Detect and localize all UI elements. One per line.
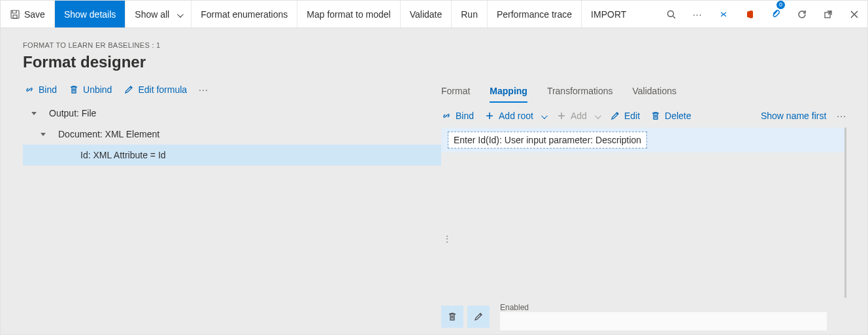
tab-validations[interactable]: Validations <box>633 80 676 103</box>
edit-formula-button[interactable]: Edit formula <box>124 84 187 95</box>
delete-label: Delete <box>665 111 691 121</box>
office-button[interactable] <box>737 1 763 27</box>
unbind-button[interactable]: Unbind <box>69 84 112 95</box>
add-root-label: Add root <box>499 111 533 121</box>
tabs: Format Mapping Transformations Validatio… <box>441 77 846 105</box>
show-details-button[interactable]: Show details <box>55 1 125 27</box>
popout-button[interactable] <box>815 1 841 27</box>
validate-label: Validate <box>410 9 442 20</box>
performance-trace-button[interactable]: Performance trace <box>488 1 582 27</box>
page-title: Format designer <box>23 53 845 71</box>
save-button[interactable]: Save <box>1 1 55 27</box>
delete-button[interactable]: Delete <box>650 111 691 121</box>
save-label: Save <box>24 9 45 20</box>
pencil-icon <box>610 111 620 121</box>
add-button: Add <box>556 111 599 121</box>
import-label: IMPORT <box>591 9 626 20</box>
search-icon <box>666 9 676 20</box>
tree-node-document[interactable]: Document: XML Element <box>23 124 441 145</box>
close-button[interactable] <box>841 1 867 27</box>
asterisk-icon <box>718 9 729 20</box>
run-label: Run <box>461 9 478 20</box>
format-tree: Output: File Document: XML Element Id: X… <box>23 103 441 166</box>
svg-rect-1 <box>13 15 17 18</box>
mapping-row[interactable]: Enter Id(Id): User input parameter: Desc… <box>441 128 844 152</box>
add-label: Add <box>571 111 587 121</box>
popout-icon <box>823 9 833 20</box>
bind-label: Bind <box>39 84 57 95</box>
chevron-down-icon <box>173 9 182 20</box>
bind-button-right[interactable]: Bind <box>441 111 474 121</box>
pane-divider[interactable]: ⋮ <box>442 234 452 244</box>
run-button[interactable]: Run <box>452 1 488 27</box>
right-pane: Format Mapping Transformations Validatio… <box>441 77 854 334</box>
bind-button[interactable]: Bind <box>24 84 57 95</box>
tab-format[interactable]: Format <box>441 80 470 103</box>
import-button[interactable]: IMPORT <box>582 1 635 27</box>
map-format-label: Map format to model <box>307 9 390 20</box>
office-icon <box>744 9 755 20</box>
enabled-input[interactable] <box>500 312 827 330</box>
trash-icon <box>447 311 458 322</box>
show-name-first-button[interactable]: Show name first <box>761 111 826 121</box>
tree-node-id[interactable]: Id: XML Attribute = Id <box>23 145 441 166</box>
delete-field-button[interactable] <box>441 306 463 328</box>
edit-label: Edit <box>624 111 640 121</box>
close-icon <box>849 9 860 20</box>
refresh-button[interactable] <box>789 1 815 27</box>
plus-icon <box>484 111 495 121</box>
toolbar-spacer <box>635 1 658 27</box>
left-action-bar: Bind Unbind Edit formula ··· <box>23 77 441 103</box>
chevron-down-icon <box>591 111 599 121</box>
tree-node-label: Id: XML Attribute = Id <box>80 150 166 160</box>
refresh-icon <box>797 9 807 20</box>
attachments-button[interactable] <box>710 1 737 27</box>
right-action-bar: Bind Add root Add Edit <box>441 105 846 128</box>
pencil-icon <box>124 84 134 95</box>
mapping-row-text: Enter Id(Id): User input parameter: Desc… <box>448 132 647 149</box>
link-icon <box>24 84 35 95</box>
add-root-button[interactable]: Add root <box>484 111 546 121</box>
link-icon <box>441 111 452 121</box>
enabled-label: Enabled <box>500 303 827 312</box>
save-icon <box>10 9 20 20</box>
caret-down-icon <box>29 112 39 115</box>
paperclip-icon <box>771 9 781 20</box>
unbind-label: Unbind <box>83 84 112 95</box>
map-format-button[interactable]: Map format to model <box>297 1 400 27</box>
trash-icon <box>69 84 79 95</box>
pencil-icon <box>473 311 484 322</box>
edit-button[interactable]: Edit <box>610 111 640 121</box>
chevron-down-icon <box>537 111 546 121</box>
show-all-button[interactable]: Show all <box>125 1 192 27</box>
notification-badge: 0 <box>776 1 785 9</box>
perf-trace-label: Performance trace <box>497 9 572 20</box>
more-icon: ··· <box>693 9 703 20</box>
format-enumerations-button[interactable]: Format enumerations <box>192 1 297 27</box>
bind-label: Bind <box>456 111 474 121</box>
show-name-first-label: Show name first <box>761 111 826 121</box>
edit-field-button[interactable] <box>467 306 490 328</box>
search-button[interactable] <box>658 1 684 27</box>
left-more-button[interactable]: ··· <box>199 84 209 95</box>
edit-formula-label: Edit formula <box>138 84 187 95</box>
tab-transformations[interactable]: Transformations <box>547 80 613 103</box>
caret-down-icon <box>39 133 48 136</box>
tree-node-label: Document: XML Element <box>58 129 159 139</box>
tab-mapping[interactable]: Mapping <box>490 80 527 103</box>
notifications-button[interactable]: 0 <box>763 1 789 27</box>
left-pane: Bind Unbind Edit formula ··· <box>23 77 441 334</box>
bottom-bar: Enabled <box>441 298 846 334</box>
breadcrumb: FORMAT TO LEARN ER BASELINES : 1 <box>23 41 845 49</box>
show-details-label: Show details <box>64 9 116 20</box>
tree-node-output[interactable]: Output: File <box>23 103 441 124</box>
format-enum-label: Format enumerations <box>201 9 288 20</box>
main-toolbar: Save Show details Show all Format enumer… <box>1 1 867 28</box>
plus-icon <box>556 111 567 121</box>
mapping-list: Enter Id(Id): User input parameter: Desc… <box>441 128 846 298</box>
more-button[interactable]: ··· <box>684 1 710 27</box>
validate-button[interactable]: Validate <box>401 1 452 27</box>
trash-icon <box>650 111 661 121</box>
right-more-button[interactable]: ··· <box>837 111 846 121</box>
svg-point-2 <box>668 10 674 16</box>
